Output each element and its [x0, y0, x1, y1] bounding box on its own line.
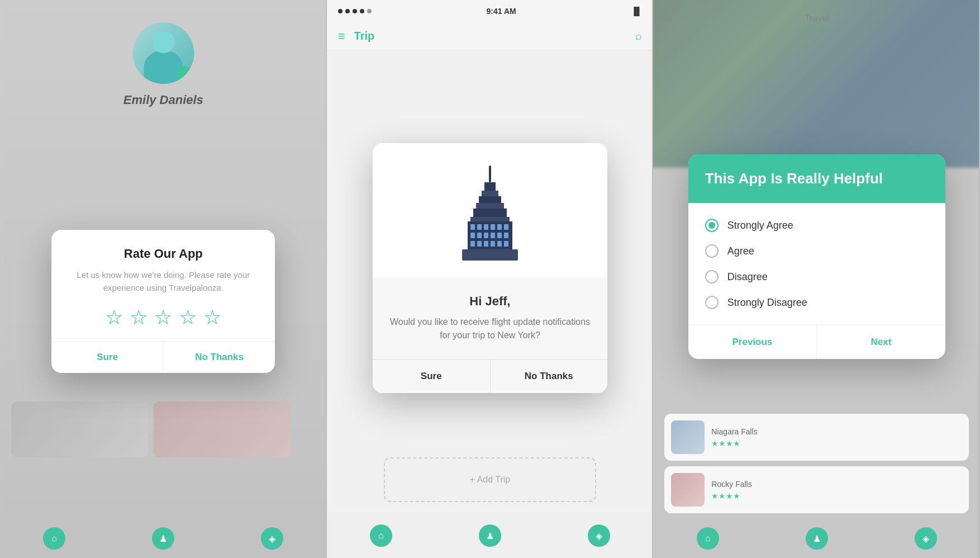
avatar-head: [152, 31, 174, 53]
radio-label-strongly-disagree: Strongly Disagree: [727, 297, 807, 309]
notification-modal-top: [373, 143, 607, 277]
radio-circle-agree[interactable]: [705, 244, 719, 258]
signal-dot-1: [338, 9, 342, 13]
left-panel: Emily Daniels Rate Our App Let us know h…: [0, 0, 327, 558]
radio-disagree[interactable]: Disagree: [705, 270, 929, 283]
survey-modal: This App Is Really Helpful Strongly Agre…: [688, 154, 945, 359]
left-nav-map-icon[interactable]: ◈: [261, 527, 283, 550]
avatar: [132, 22, 194, 84]
card-stars-niagara: ★★★★: [711, 439, 757, 448]
user-name: Emily Daniels: [123, 93, 203, 107]
left-bottom-cards: [0, 390, 327, 469]
signal-dot-4: [360, 9, 364, 13]
card-rocky: Rocky Falls ★★★★: [664, 466, 969, 513]
radio-strongly-disagree[interactable]: Strongly Disagree: [705, 296, 929, 309]
mid-nav-person-icon[interactable]: ♟: [479, 524, 501, 547]
left-bottom-content: ⌂ ♟ ◈: [0, 390, 327, 558]
svg-rect-26: [462, 249, 518, 261]
previous-button[interactable]: Previous: [688, 325, 817, 359]
rate-app-modal: Rate Our App Let us know how we're doing…: [51, 230, 275, 373]
left-bottom-nav: ⌂ ♟ ◈: [0, 519, 327, 558]
no-thanks-button[interactable]: No Thanks: [164, 342, 275, 373]
radio-label-agree: Agree: [727, 245, 754, 257]
svg-rect-1: [484, 182, 496, 191]
signal-dot-5: [367, 9, 372, 13]
left-nav-person-icon[interactable]: ♟: [152, 527, 174, 550]
mid-nav-map-icon[interactable]: ◈: [588, 524, 610, 547]
radio-circle-disagree[interactable]: [705, 270, 719, 283]
svg-rect-5: [473, 209, 507, 217]
star-2[interactable]: ☆: [130, 308, 148, 328]
svg-rect-8: [470, 224, 475, 230]
add-trip-area[interactable]: + Add Trip: [384, 457, 596, 502]
right-hamburger-icon[interactable]: ≡: [664, 11, 672, 26]
radio-circle-strongly-agree[interactable]: [705, 219, 719, 232]
radio-strongly-agree[interactable]: Strongly Agree: [705, 219, 929, 232]
survey-modal-header: This App Is Really Helpful: [688, 154, 945, 203]
nav-bar: ≡ Trip ⌕: [327, 22, 654, 50]
bottom-card-2: [154, 401, 291, 457]
svg-rect-11: [491, 224, 495, 230]
notification-modal-bottom: Hi Jeff, Would you like to receive fligh…: [373, 277, 607, 359]
svg-rect-3: [479, 196, 501, 203]
status-bar: 9:41 AM ▐▌: [327, 0, 654, 22]
right-nav-map-icon[interactable]: ◈: [915, 527, 937, 550]
signal-dots: [338, 9, 372, 13]
right-bottom-nav: ⌂ ♟ ◈: [653, 519, 980, 558]
notification-sure-button[interactable]: Sure: [373, 360, 491, 393]
svg-rect-20: [470, 241, 475, 247]
star-4[interactable]: ☆: [179, 308, 197, 328]
right-nav-person-icon[interactable]: ♟: [806, 527, 828, 550]
middle-panel: 9:41 AM ▐▌ ≡ Trip ⌕ + Add Trip ⌂ ♟ ◈: [327, 0, 654, 558]
card-niagara: Niagara Falls ★★★★: [664, 414, 969, 461]
bottom-card-1: [11, 401, 148, 457]
svg-rect-21: [477, 241, 482, 247]
next-button[interactable]: Next: [817, 325, 945, 359]
hamburger-icon[interactable]: ≡: [338, 29, 345, 44]
battery-icon: ▐▌: [631, 7, 643, 16]
svg-rect-17: [491, 233, 495, 238]
svg-rect-25: [504, 241, 508, 247]
svg-rect-13: [504, 224, 508, 230]
svg-rect-4: [476, 203, 504, 209]
star-rating[interactable]: ☆ ☆ ☆ ☆ ☆: [68, 308, 258, 328]
right-search-icon[interactable]: ⌕: [962, 12, 969, 25]
svg-rect-22: [484, 241, 488, 247]
svg-rect-18: [497, 233, 502, 238]
svg-rect-9: [477, 224, 482, 230]
survey-modal-buttons: Previous Next: [688, 325, 945, 359]
card-name-rocky: Rocky Falls: [711, 480, 751, 489]
search-icon[interactable]: ⌕: [635, 30, 642, 42]
card-stars-rocky: ★★★★: [711, 491, 751, 500]
nav-title: Trip: [354, 30, 627, 42]
right-panel: ≡ Travel ⌕ This App Is Really Helpful St…: [653, 0, 980, 558]
card-name-niagara: Niagara Falls: [711, 427, 757, 436]
radio-agree[interactable]: Agree: [705, 244, 929, 258]
svg-rect-0: [489, 165, 491, 182]
star-5[interactable]: ☆: [203, 308, 221, 328]
notification-description: Would you like to receive flight update …: [389, 315, 591, 342]
right-bottom-cards: Niagara Falls ★★★★ Rocky Falls ★★★★: [664, 414, 969, 513]
notification-no-thanks-button[interactable]: No Thanks: [491, 360, 608, 393]
card-info-rocky: Rocky Falls ★★★★: [711, 480, 751, 500]
middle-bottom-nav: ⌂ ♟ ◈: [327, 513, 654, 558]
svg-rect-23: [491, 241, 495, 247]
signal-dot-3: [353, 9, 357, 13]
right-nav-title: Travel: [805, 13, 829, 23]
svg-rect-6: [470, 217, 510, 221]
svg-rect-15: [477, 233, 482, 238]
notification-buttons: Sure No Thanks: [373, 359, 607, 393]
star-3[interactable]: ☆: [154, 308, 172, 328]
left-nav-home-icon[interactable]: ⌂: [43, 527, 65, 550]
sure-button[interactable]: Sure: [51, 342, 164, 373]
star-1[interactable]: ☆: [105, 308, 123, 328]
radio-label-disagree: Disagree: [727, 271, 768, 283]
mid-nav-home-icon[interactable]: ⌂: [370, 524, 392, 547]
avatar-body: [144, 50, 183, 84]
card-info-niagara: Niagara Falls ★★★★: [711, 427, 757, 448]
notification-modal: Hi Jeff, Would you like to receive fligh…: [373, 143, 607, 393]
radio-circle-strongly-disagree[interactable]: [705, 296, 719, 309]
right-nav-home-icon[interactable]: ⌂: [697, 527, 719, 550]
svg-rect-10: [484, 224, 488, 230]
user-profile-area: Emily Daniels: [123, 22, 203, 107]
